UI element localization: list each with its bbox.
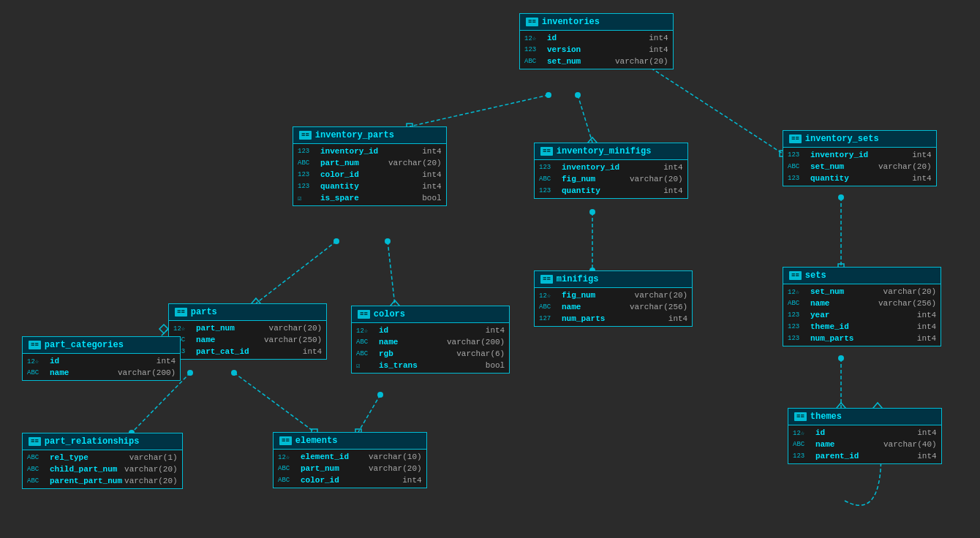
table-sets[interactable]: ≡≡sets12☆set_numvarchar(20)ABCnamevarcha… <box>783 267 941 346</box>
field-type-colors-0: int4 <box>447 326 505 335</box>
field-name-inventory_minifigs-1: fig_num <box>562 175 627 183</box>
table-name-part_categories: part_categories <box>45 340 124 350</box>
field-type-parts-0: varchar(20) <box>264 324 322 333</box>
field-colors-1: ABCnamevarchar(200) <box>352 336 509 348</box>
field-icon-inventory_parts-1: ABC <box>298 159 318 167</box>
table-colors[interactable]: ≡≡colors12☆idint4ABCnamevarchar(200)ABCr… <box>351 306 510 374</box>
field-type-elements-0: varchar(10) <box>369 452 422 461</box>
field-sets-2: 123yearint4 <box>783 309 941 321</box>
table-inventories[interactable]: ≡≡inventories12☆idint4123versionint4ABCs… <box>519 13 674 69</box>
field-inventory_minifigs-0: 123inventory_idint4 <box>535 162 687 173</box>
table-header-sets: ≡≡sets <box>783 268 941 284</box>
field-icon-inventories-0: 12☆ <box>524 34 545 42</box>
field-icon-parts-0: 12☆ <box>173 325 194 333</box>
field-icon-sets-4: 123 <box>788 335 808 342</box>
table-header-part_categories: ≡≡part_categories <box>23 337 180 354</box>
field-parts-1: ABCnamevarchar(250) <box>169 334 326 346</box>
field-type-part_relationships-1: varchar(20) <box>119 465 177 474</box>
table-body-part_categories: 12☆idint4ABCnamevarchar(200) <box>23 354 180 380</box>
field-name-parts-2: part_cat_id <box>196 347 262 356</box>
table-body-elements: 12☆element_idvarchar(10)ABCpart_numvarch… <box>274 450 426 488</box>
field-minifigs-2: 127num_partsint4 <box>535 313 692 325</box>
field-type-minifigs-2: int4 <box>630 314 687 323</box>
field-parts-0: 12☆part_numvarchar(20) <box>169 322 326 334</box>
table-header-inventory_minifigs: ≡≡inventory_minifigs <box>535 143 687 160</box>
field-inventories-1: 123versionint4 <box>520 44 673 56</box>
table-part_categories[interactable]: ≡≡part_categories12☆idint4ABCnamevarchar… <box>22 336 181 381</box>
table-elements[interactable]: ≡≡elements12☆element_idvarchar(10)ABCpar… <box>273 432 427 488</box>
field-type-inventory_parts-4: bool <box>388 194 442 202</box>
table-name-parts: parts <box>191 307 217 317</box>
field-part_categories-0: 12☆idint4 <box>23 355 180 367</box>
field-icon-inventory_sets-2: 123 <box>788 175 808 182</box>
field-name-inventories-1: version <box>547 45 613 54</box>
field-type-sets-4: int4 <box>878 334 936 343</box>
svg-line-24 <box>132 373 190 433</box>
table-icon-minifigs: ≡≡ <box>540 275 553 284</box>
table-icon-part_relationships: ≡≡ <box>29 437 41 446</box>
field-icon-minifigs-2: 127 <box>539 315 559 322</box>
field-inventory_parts-4: ☑is_sparebool <box>293 192 446 204</box>
table-parts[interactable]: ≡≡parts12☆part_numvarchar(20)ABCnamevarc… <box>168 303 327 360</box>
field-name-colors-3: is_trans <box>379 361 445 370</box>
table-inventory_sets[interactable]: ≡≡inventory_sets123inventory_idint4ABCse… <box>783 130 937 186</box>
field-inventory_minifigs-2: 123quantityint4 <box>535 185 687 197</box>
field-icon-colors-0: 12☆ <box>356 327 377 335</box>
field-name-inventory_parts-1: part_num <box>320 159 386 167</box>
field-themes-1: ABCnamevarchar(40) <box>788 439 941 450</box>
field-name-inventory_parts-3: quantity <box>320 182 386 191</box>
table-name-themes: themes <box>810 412 842 422</box>
field-name-inventory_minifigs-0: inventory_id <box>562 163 627 172</box>
table-part_relationships[interactable]: ≡≡part_relationshipsABCrel_typevarchar(1… <box>22 433 183 489</box>
table-icon-inventories: ≡≡ <box>526 18 538 26</box>
field-icon-inventory_minifigs-0: 123 <box>539 164 559 171</box>
field-sets-3: 123theme_idint4 <box>783 321 941 333</box>
table-body-inventory_sets: 123inventory_idint4ABCset_numvarchar(20)… <box>783 148 936 186</box>
field-icon-inventories-2: ABC <box>524 58 545 65</box>
field-colors-3: ☑is_transbool <box>352 360 509 371</box>
table-name-inventory_minifigs: inventory_minifigs <box>557 146 652 156</box>
field-part_categories-1: ABCnamevarchar(200) <box>23 367 180 379</box>
table-minifigs[interactable]: ≡≡minifigs12☆fig_numvarchar(20)ABCnameva… <box>534 270 693 327</box>
field-icon-themes-2: 123 <box>793 452 813 460</box>
table-header-colors: ≡≡colors <box>352 306 509 323</box>
field-icon-sets-2: 123 <box>788 311 808 319</box>
table-body-minifigs: 12☆fig_numvarchar(20)ABCnamevarchar(256)… <box>535 288 692 326</box>
field-name-sets-1: name <box>810 299 876 308</box>
field-icon-elements-2: ABC <box>278 477 298 484</box>
field-inventory_parts-3: 123quantityint4 <box>293 181 446 192</box>
svg-point-4 <box>575 92 581 98</box>
field-type-elements-1: varchar(20) <box>369 464 422 473</box>
field-type-elements-2: int4 <box>369 476 422 485</box>
field-icon-inventory_parts-3: 123 <box>298 183 318 190</box>
field-name-part_relationships-2: parent_part_num <box>50 477 122 485</box>
field-icon-inventories-1: 123 <box>524 46 545 53</box>
field-type-parts-2: int4 <box>264 347 322 356</box>
field-name-part_relationships-0: rel_type <box>50 453 116 462</box>
svg-marker-23 <box>159 325 168 333</box>
svg-line-12 <box>388 241 395 306</box>
field-type-parts-1: varchar(250) <box>264 336 322 344</box>
field-type-inventory_parts-0: int4 <box>388 147 442 156</box>
field-type-minifigs-1: varchar(256) <box>630 303 687 311</box>
field-type-colors-1: varchar(200) <box>447 338 505 346</box>
field-name-minifigs-1: name <box>562 303 627 311</box>
table-header-inventory_sets: ≡≡inventory_sets <box>783 131 936 148</box>
field-icon-elements-1: ABC <box>278 465 298 472</box>
field-name-elements-1: part_num <box>301 464 366 473</box>
table-inventory_minifigs[interactable]: ≡≡inventory_minifigs123inventory_idint4A… <box>534 143 688 199</box>
table-inventory_parts[interactable]: ≡≡inventory_parts123inventory_idint4ABCp… <box>293 126 447 206</box>
svg-line-3 <box>578 95 592 143</box>
table-header-inventories: ≡≡inventories <box>520 14 673 31</box>
svg-point-10 <box>333 238 339 244</box>
svg-point-13 <box>385 238 391 244</box>
field-icon-minifigs-0: 12☆ <box>539 292 559 300</box>
field-elements-0: 12☆element_idvarchar(10) <box>274 451 426 463</box>
field-type-part_relationships-2: varchar(20) <box>124 477 178 485</box>
field-themes-2: 123parent_idint4 <box>788 450 941 462</box>
field-type-inventories-2: varchar(20) <box>615 57 668 66</box>
table-body-themes: 12☆idint4ABCnamevarchar(40)123parent_idi… <box>788 425 941 463</box>
field-name-inventory_sets-2: quantity <box>810 174 876 183</box>
svg-line-30 <box>234 373 314 432</box>
table-themes[interactable]: ≡≡themes12☆idint4ABCnamevarchar(40)123pa… <box>788 408 942 464</box>
